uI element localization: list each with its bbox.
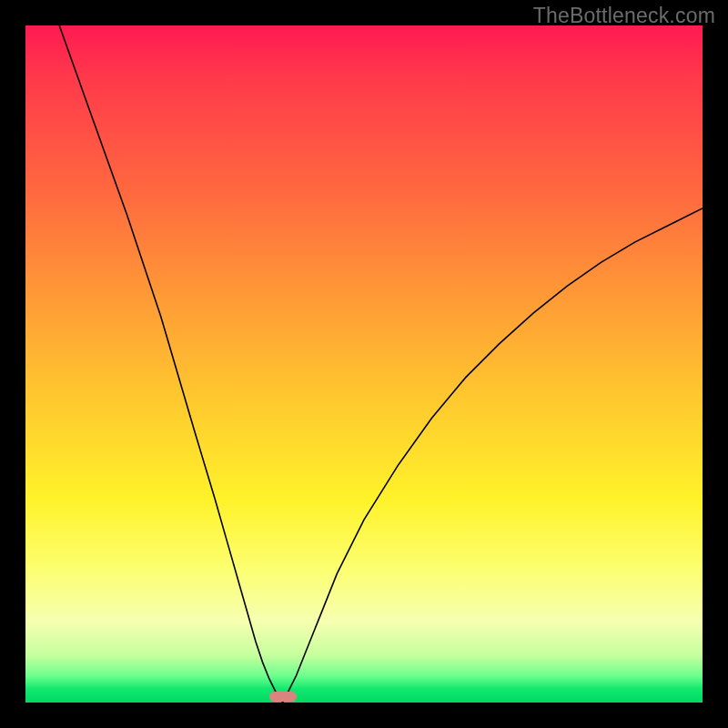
curve-right-branch (283, 208, 703, 703)
watermark-text: TheBottleneck.com (533, 4, 715, 28)
notch-marker (269, 692, 297, 702)
plot-area (25, 25, 703, 703)
chart-frame: TheBottleneck.com (0, 0, 728, 728)
bottleneck-curve (25, 25, 703, 703)
curve-left-branch (59, 25, 283, 703)
